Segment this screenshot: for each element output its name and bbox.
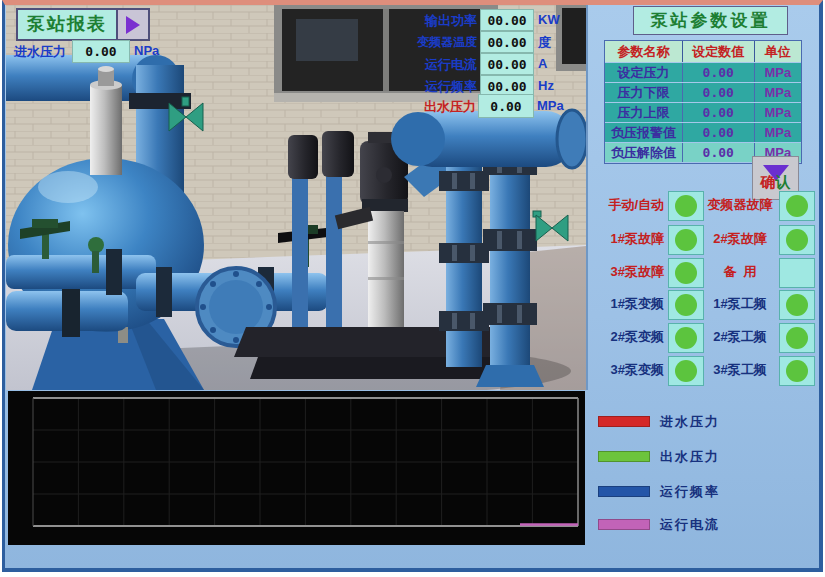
status-label-pump1-mains: 1#泵工频	[703, 290, 777, 318]
lamp-pump2-vfd	[668, 323, 704, 353]
param-unit: MPa	[754, 103, 801, 122]
lamp-pump2-fault	[779, 225, 815, 255]
lamp-manual-auto	[668, 191, 704, 221]
legend-label-current: 运行电流	[660, 516, 720, 534]
report-play-button[interactable]	[118, 8, 150, 41]
report-button[interactable]: 泵站报表	[16, 8, 150, 41]
param-value-field[interactable]: 0.00	[682, 123, 754, 142]
legend-swatch-outlet	[598, 451, 650, 462]
parameters-table-header: 参数名称 设定数值 单位	[605, 41, 801, 62]
lamp-pump3-vfd	[668, 356, 704, 386]
lamp-pump3-fault	[668, 258, 704, 288]
param-name: 设定压力	[605, 63, 682, 82]
lamp-pump1-fault	[668, 225, 704, 255]
confirm-button-label: 确认	[761, 173, 791, 192]
output-power-unit: KW	[538, 12, 560, 27]
param-name: 压力下限	[605, 83, 682, 102]
param-unit: MPa	[754, 123, 801, 142]
status-label-manual-auto: 手动/自动	[592, 191, 664, 219]
inlet-pressure-value: 0.00	[72, 40, 130, 63]
status-label-spare: 备 用	[703, 258, 777, 286]
status-label-pump3-fault: 3#泵故障	[592, 258, 664, 286]
table-row: 压力上限 0.00 MPa	[605, 103, 801, 122]
run-current-value: 00.00	[480, 53, 534, 75]
param-value-field[interactable]: 0.00	[682, 83, 754, 102]
col-header-value: 设定数值	[682, 41, 754, 62]
status-label-vfd-fault: 变频器故障	[703, 191, 777, 219]
lamp-vfd-fault	[779, 191, 815, 221]
table-row: 压力下限 0.00 MPa	[605, 83, 801, 102]
status-label-pump2-vfd: 2#泵变频	[592, 323, 664, 351]
outlet-pressure-value: 0.00	[478, 94, 534, 118]
legend-label-inlet: 进水压力	[660, 413, 720, 431]
lamp-pump1-vfd	[668, 290, 704, 320]
play-icon	[126, 16, 140, 34]
status-label-pump2-mains: 2#泵工频	[703, 323, 777, 351]
outlet-pressure-label: 出水压力	[424, 98, 476, 116]
window-right	[556, 5, 586, 71]
vfd-temp-label: 变频器温度	[397, 34, 477, 51]
status-label-pump2-fault: 2#泵故障	[703, 225, 777, 253]
run-freq-unit: Hz	[538, 78, 554, 93]
output-power-label: 输出功率	[397, 12, 477, 30]
output-power-value: 00.00	[480, 9, 534, 31]
outlet-pressure-unit: MPa	[537, 98, 564, 113]
run-current-label: 运行电流	[397, 56, 477, 74]
param-name: 压力上限	[605, 103, 682, 122]
status-label-pump3-mains: 3#泵工频	[703, 356, 777, 384]
param-value-field[interactable]: 0.00	[682, 103, 754, 122]
status-label-pump3-vfd: 3#泵变频	[592, 356, 664, 384]
legend-label-frequency: 运行频率	[660, 483, 720, 501]
col-header-unit: 单位	[754, 41, 801, 62]
col-header-name: 参数名称	[605, 41, 682, 62]
legend-label-outlet: 出水压力	[660, 448, 720, 466]
legend-swatch-current	[598, 519, 650, 530]
lamp-spare	[779, 258, 815, 288]
settings-panel-title: 泵站参数设置	[633, 6, 788, 35]
parameters-table: 参数名称 设定数值 单位 设定压力 0.00 MPa 压力下限 0.00 MPa…	[604, 40, 802, 164]
table-row: 负压报警值 0.00 MPa	[605, 123, 801, 142]
lamp-pump3-mains	[779, 356, 815, 386]
report-button-label[interactable]: 泵站报表	[16, 8, 118, 41]
inlet-pressure-label: 进水压力	[14, 43, 66, 61]
trend-chart	[8, 391, 585, 545]
legend-swatch-inlet	[598, 416, 650, 427]
param-name: 负压报警值	[605, 123, 682, 142]
vfd-temp-unit: 度	[538, 34, 551, 52]
run-freq-label: 运行频率	[397, 78, 477, 96]
param-unit: MPa	[754, 83, 801, 102]
table-row: 设定压力 0.00 MPa	[605, 63, 801, 82]
param-name: 负压解除值	[605, 143, 682, 162]
lamp-pump2-mains	[779, 323, 815, 353]
vfd-temp-value: 00.00	[480, 31, 534, 53]
run-current-unit: A	[538, 56, 547, 71]
trend-chart-plot	[8, 391, 585, 545]
param-value-field[interactable]: 0.00	[682, 63, 754, 82]
inlet-pressure-unit: NPa	[134, 43, 159, 58]
param-value-field[interactable]: 0.00	[682, 143, 754, 162]
legend-swatch-frequency	[598, 486, 650, 497]
status-label-pump1-fault: 1#泵故障	[592, 225, 664, 253]
hmi-screen: 泵站报表 进水压力 0.00 NPa 输出功率 00.00 KW 变频器温度 0…	[0, 0, 825, 577]
lamp-pump1-mains	[779, 290, 815, 320]
status-label-pump1-vfd: 1#泵变频	[592, 290, 664, 318]
param-unit: MPa	[754, 63, 801, 82]
